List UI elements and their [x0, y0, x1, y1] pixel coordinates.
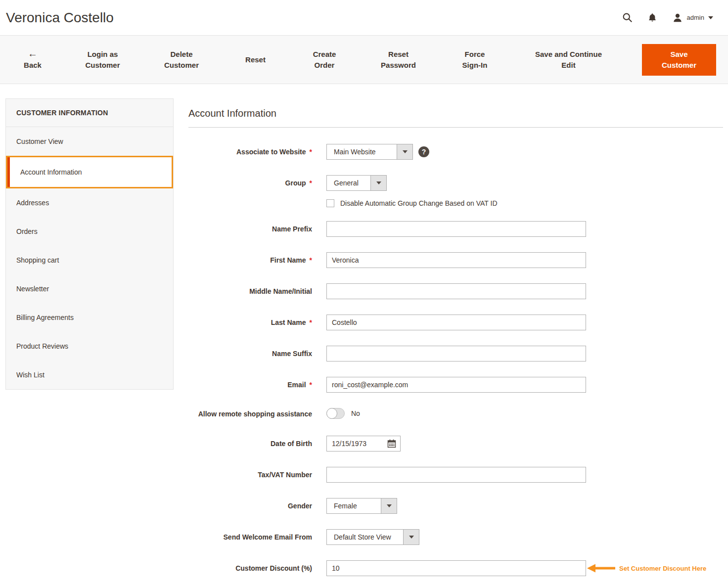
- email-input[interactable]: [326, 377, 586, 393]
- field-label: Name Prefix: [188, 221, 312, 233]
- field-row-welcome-email: Send Welcome Email From Default Store Vi…: [188, 529, 723, 545]
- header-actions: admin: [622, 12, 713, 23]
- sidebar-item-customer-view[interactable]: Customer View: [6, 127, 173, 156]
- field-row-vat-checkbox: Disable Automatic Group Change Based on …: [188, 199, 723, 207]
- select-caret-icon: [370, 176, 386, 190]
- search-icon[interactable]: [622, 12, 633, 23]
- section-heading: Account Information: [188, 108, 723, 119]
- field-row-customer-discount: Customer Discount (%) Set Customer Disco…: [188, 560, 723, 576]
- annotation-arrow-icon: [587, 563, 615, 574]
- back-button[interactable]: ← Back: [19, 48, 46, 71]
- required-indicator: *: [310, 148, 312, 156]
- reset-password-button[interactable]: Reset Password: [376, 49, 421, 71]
- page-header: Veronica Costello admin: [0, 0, 728, 35]
- section-divider: [188, 127, 723, 128]
- customer-information-sidebar: CUSTOMER INFORMATION Customer View Accou…: [5, 98, 174, 390]
- select-caret-icon: [397, 144, 412, 159]
- field-row-dob: Date of Birth: [188, 436, 723, 452]
- login-as-customer-button[interactable]: Login as Customer: [80, 49, 126, 71]
- gender-select[interactable]: Female: [326, 498, 397, 514]
- field-row-name-suffix: Name Suffix: [188, 346, 723, 362]
- force-sign-in-button[interactable]: Force Sign-In: [455, 49, 495, 71]
- sidebar-item-billing-agreements[interactable]: Billing Agreements: [6, 303, 173, 332]
- chevron-down-icon: [708, 16, 713, 19]
- sidebar-item-orders[interactable]: Orders: [6, 217, 173, 246]
- disable-group-change-checkbox[interactable]: [326, 199, 334, 207]
- field-label: Date of Birth: [188, 436, 312, 448]
- field-row-last-name: Last Name*: [188, 315, 723, 330]
- reset-button[interactable]: Reset: [238, 54, 273, 65]
- sidebar-item-product-reviews[interactable]: Product Reviews: [6, 332, 173, 361]
- calendar-icon[interactable]: [387, 439, 396, 450]
- sidebar-item-addresses[interactable]: Addresses: [6, 188, 173, 217]
- name-prefix-input[interactable]: [326, 221, 586, 237]
- tax-vat-input[interactable]: [326, 467, 586, 483]
- name-suffix-input[interactable]: [326, 346, 586, 362]
- field-label: First Name*: [188, 252, 312, 264]
- middle-name-input[interactable]: [326, 283, 586, 299]
- field-row-remote-assistance: Allow remote shopping assistance No: [188, 408, 723, 419]
- field-label: Group*: [188, 175, 312, 187]
- account-information-panel: Account Information Associate to Website…: [188, 98, 723, 588]
- field-label: Allow remote shopping assistance: [188, 408, 312, 418]
- save-customer-button[interactable]: Save Customer: [642, 44, 716, 76]
- required-indicator: *: [310, 179, 312, 187]
- create-order-button[interactable]: Create Order: [307, 49, 342, 71]
- sidebar-item-newsletter[interactable]: Newsletter: [6, 274, 173, 303]
- field-label: Tax/VAT Number: [188, 467, 312, 479]
- required-indicator: *: [310, 318, 312, 326]
- page-title: Veronica Costello: [6, 10, 114, 26]
- field-row-tax-vat: Tax/VAT Number: [188, 467, 723, 483]
- sidebar-item-wish-list[interactable]: Wish List: [6, 361, 173, 389]
- field-row-middle-name: Middle Name/Initial: [188, 283, 723, 299]
- sidebar-header: CUSTOMER INFORMATION: [6, 99, 173, 127]
- save-and-continue-edit-button[interactable]: Save and Continue Edit: [529, 49, 609, 71]
- send-welcome-email-select[interactable]: Default Store View: [326, 529, 419, 545]
- field-row-email: Email*: [188, 377, 723, 393]
- last-name-input[interactable]: [326, 315, 586, 330]
- user-icon: [672, 12, 683, 23]
- remote-assistance-toggle[interactable]: [326, 408, 345, 419]
- required-indicator: *: [310, 256, 312, 264]
- help-icon[interactable]: ?: [418, 146, 429, 157]
- field-row-group: Group* General: [188, 175, 723, 191]
- associate-to-website-select[interactable]: Main Website: [326, 144, 413, 160]
- field-label: Name Suffix: [188, 346, 312, 358]
- select-caret-icon: [381, 498, 397, 513]
- field-row-first-name: First Name*: [188, 252, 723, 268]
- field-label: Last Name*: [188, 315, 312, 326]
- first-name-input[interactable]: [326, 252, 586, 268]
- admin-username: admin: [687, 14, 704, 21]
- content: CUSTOMER INFORMATION Customer View Accou…: [0, 84, 728, 588]
- bell-icon[interactable]: [647, 12, 657, 23]
- delete-customer-button[interactable]: Delete Customer: [159, 49, 204, 71]
- field-row-name-prefix: Name Prefix: [188, 221, 723, 237]
- field-label: Middle Name/Initial: [188, 283, 312, 295]
- action-toolbar: ← Back Login as Customer Delete Customer…: [0, 35, 728, 84]
- required-indicator: *: [310, 381, 312, 389]
- annotation: Set Customer Discount Here: [587, 563, 706, 574]
- annotation-text: Set Customer Discount Here: [619, 565, 706, 572]
- field-label: Email*: [188, 377, 312, 389]
- toggle-state-label: No: [351, 409, 360, 417]
- field-row-gender: Gender Female: [188, 498, 723, 514]
- sidebar-item-account-information[interactable]: Account Information: [6, 156, 173, 188]
- field-label: Associate to Website*: [188, 144, 312, 156]
- admin-account-menu[interactable]: admin: [672, 12, 713, 23]
- field-row-associate-to-website: Associate to Website* Main Website ?: [188, 144, 723, 160]
- sidebar-item-shopping-cart[interactable]: Shopping cart: [6, 246, 173, 274]
- field-label: Gender: [188, 498, 312, 510]
- customer-discount-input[interactable]: [326, 560, 586, 576]
- field-label: Send Welcome Email From: [188, 529, 312, 541]
- group-select[interactable]: General: [326, 175, 387, 191]
- select-caret-icon: [403, 530, 419, 544]
- field-label: Customer Discount (%): [188, 560, 312, 572]
- checkbox-label: Disable Automatic Group Change Based on …: [340, 199, 498, 207]
- back-arrow-icon: ←: [28, 48, 38, 58]
